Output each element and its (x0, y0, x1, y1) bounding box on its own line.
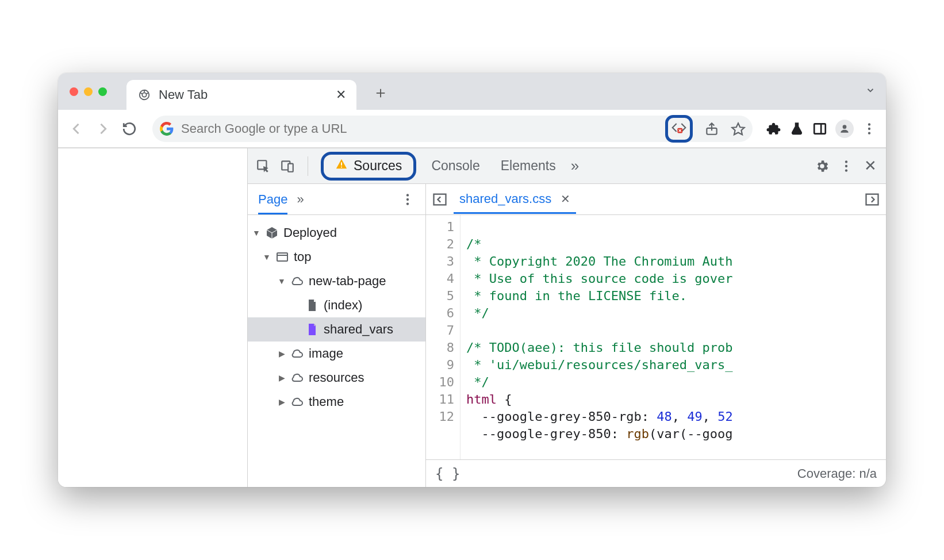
share-icon[interactable] (704, 121, 719, 136)
back-button[interactable] (67, 120, 86, 138)
tree-node-theme[interactable]: ▶ theme (248, 390, 425, 414)
labs-icon[interactable] (789, 121, 804, 136)
navigator-menu-icon[interactable] (400, 192, 415, 207)
svg-point-21 (406, 202, 409, 205)
svg-point-18 (845, 169, 847, 171)
show-navigator-icon[interactable] (432, 191, 448, 208)
svg-rect-13 (288, 163, 293, 171)
cloud-icon (290, 371, 304, 385)
cloud-icon (290, 274, 304, 288)
file-tab-label: shared_vars.css (459, 191, 551, 206)
node-label: Deployed (283, 225, 337, 240)
cloud-icon (290, 395, 304, 409)
svg-point-8 (868, 123, 870, 125)
close-window[interactable] (70, 87, 78, 96)
maximize-window[interactable] (98, 87, 107, 96)
device-toggle-icon[interactable] (280, 159, 295, 174)
svg-rect-15 (341, 166, 342, 167)
svg-rect-24 (434, 194, 446, 205)
chrome-menu-icon[interactable] (862, 121, 877, 136)
tree-node-deployed[interactable]: ▼ Deployed (248, 221, 425, 245)
devtools-toolbar: Sources Console Elements » ✕ (248, 148, 886, 184)
chrome-icon (138, 89, 151, 101)
navigator-tabs: Page » (248, 184, 425, 215)
css-file-icon (305, 323, 319, 336)
frame-icon (275, 250, 289, 264)
extensions-icon[interactable] (766, 121, 781, 136)
devtools-error-indicator[interactable] (665, 115, 693, 143)
tree-node-top[interactable]: ▼ top (248, 245, 425, 269)
settings-gear-icon[interactable] (815, 159, 830, 174)
file-tree: ▼ Deployed ▼ top ▼ new-tab-page (248, 215, 425, 487)
node-label: image (309, 346, 343, 361)
tree-node-resources[interactable]: ▶ resources (248, 366, 425, 390)
editor-tabs: shared_vars.css ✕ (426, 184, 886, 215)
devtools-tab-sources[interactable]: Sources (321, 152, 416, 181)
tab-bar: New Tab ✕ ＋ (58, 73, 886, 110)
tree-node-new-tab-page[interactable]: ▼ new-tab-page (248, 269, 425, 293)
inspect-element-icon[interactable] (256, 159, 271, 174)
svg-point-10 (868, 132, 870, 134)
tab-label: Sources (354, 158, 402, 174)
svg-rect-14 (341, 162, 342, 166)
file-icon (305, 298, 319, 312)
svg-point-20 (406, 198, 409, 200)
svg-marker-4 (732, 123, 745, 135)
side-panel-icon[interactable] (812, 121, 827, 136)
page-viewport (58, 148, 248, 487)
pretty-print-icon[interactable]: { } (435, 466, 460, 482)
tree-node-shared-vars[interactable]: shared_vars (248, 317, 425, 342)
devtools-close-icon[interactable]: ✕ (863, 159, 878, 174)
window-controls (70, 87, 107, 96)
coverage-status: Coverage: n/a (797, 466, 877, 481)
node-label: resources (309, 370, 364, 385)
code-content: /* * Copyright 2020 The Chromium Auth * … (461, 215, 886, 459)
node-label: new-tab-page (309, 274, 386, 289)
svg-rect-22 (277, 253, 287, 261)
cloud-icon (290, 347, 304, 360)
more-navigator-tabs-icon[interactable]: » (297, 192, 304, 207)
omnibox-input[interactable] (181, 121, 658, 136)
content-area: Sources Console Elements » ✕ (58, 148, 886, 487)
minimize-window[interactable] (84, 87, 93, 96)
package-icon (265, 226, 279, 240)
svg-point-16 (845, 160, 847, 163)
more-tabs-icon[interactable]: » (571, 157, 579, 175)
line-gutter: 123456789101112 (426, 215, 461, 459)
node-label: top (294, 250, 312, 264)
close-file-tab-icon[interactable]: ✕ (561, 192, 570, 206)
devtools-tab-elements[interactable]: Elements (495, 156, 562, 176)
svg-point-9 (868, 127, 870, 129)
editor-statusbar: { } Coverage: n/a (426, 459, 886, 487)
tab-title: New Tab (159, 87, 208, 102)
tree-node-index[interactable]: (index) (248, 293, 425, 317)
tab-close-icon[interactable]: ✕ (336, 87, 346, 102)
navigator-tab-page[interactable]: Page (258, 192, 287, 214)
editor-tab-shared-vars[interactable]: shared_vars.css ✕ (454, 185, 576, 214)
svg-rect-5 (814, 124, 826, 133)
editor-panel: shared_vars.css ✕ 123456789101112 /* * C… (426, 184, 886, 487)
tree-node-image[interactable]: ▶ image (248, 342, 425, 366)
tab-menu-chevron-icon[interactable] (865, 85, 876, 98)
svg-point-19 (406, 194, 409, 196)
browser-window: New Tab ✕ ＋ (58, 73, 886, 487)
svg-rect-25 (866, 194, 878, 205)
code-editor[interactable]: 123456789101112 /* * Copyright 2020 The … (426, 215, 886, 459)
profile-avatar[interactable] (835, 120, 854, 138)
devtools-panel: Sources Console Elements » ✕ (248, 148, 886, 487)
new-tab-button[interactable]: ＋ (368, 80, 393, 105)
node-label: shared_vars (324, 322, 393, 337)
node-label: (index) (324, 298, 362, 313)
toolbar (58, 110, 886, 148)
tab-label: Elements (501, 158, 556, 174)
devtools-menu-icon[interactable] (839, 159, 854, 174)
bookmark-star-icon[interactable] (731, 121, 746, 136)
warning-icon (335, 158, 348, 174)
browser-tab[interactable]: New Tab ✕ (126, 80, 356, 110)
omnibox[interactable] (152, 116, 753, 142)
devtools-tab-console[interactable]: Console (425, 156, 485, 176)
forward-button[interactable] (94, 120, 112, 138)
show-debugger-icon[interactable] (864, 191, 880, 208)
reload-button[interactable] (120, 120, 139, 138)
navigator-panel: Page » ▼ Deployed ▼ (248, 184, 426, 487)
